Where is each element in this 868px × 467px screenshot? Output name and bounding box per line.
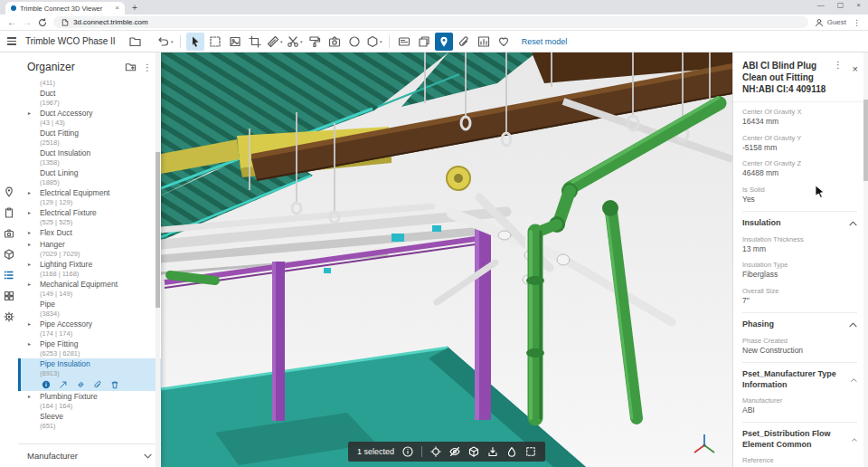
shapes-tool-button[interactable]: ▾ [365, 33, 383, 51]
tree-item[interactable]: ▸ Duct Accessory (43 | 43) [18, 108, 161, 128]
reset-model-button[interactable]: Reset model [522, 37, 568, 46]
main-menu-icon[interactable] [7, 37, 16, 44]
expand-arrow-icon[interactable]: ▸ [28, 261, 31, 267]
expand-arrow-icon[interactable]: ▸ [28, 320, 31, 327]
tree-item[interactable]: ▸ Pipe (3834) [18, 299, 161, 319]
pin-rail-icon[interactable] [4, 186, 14, 197]
undo-button[interactable]: ▾ [156, 33, 175, 51]
favorite-button[interactable] [495, 33, 513, 51]
expand-arrow-icon[interactable]: ▸ [28, 340, 31, 347]
tree-item[interactable]: ▸ Pipe Insulation (6913) [18, 358, 161, 391]
open-in-icon[interactable] [59, 380, 68, 389]
section-header[interactable]: Insulation [742, 212, 857, 234]
expand-arrow-icon[interactable]: ▸ [28, 393, 31, 399]
frame-select-button[interactable] [226, 33, 244, 51]
sphere-tool-button[interactable] [345, 33, 363, 51]
crop-tool-button[interactable] [246, 33, 264, 51]
3d-scene[interactable] [161, 52, 732, 467]
expand-arrow-icon[interactable]: ▸ [28, 241, 31, 247]
paint-tool-button[interactable] [306, 33, 324, 51]
marquee-select-button[interactable] [206, 33, 224, 51]
section-header[interactable]: Phasing [742, 313, 857, 336]
section-header[interactable]: Pset_Distribution Flow Element Common [742, 423, 857, 456]
tree-item-label: Pipe Insulation [40, 359, 152, 369]
tree-item[interactable]: ▸ Pipe Fitting (6253 | 6281) [18, 338, 161, 358]
tree-item[interactable]: ▸ Duct (1967) [18, 88, 161, 108]
zoom-to-selection-icon[interactable] [430, 446, 441, 457]
clip-box-icon[interactable] [525, 446, 536, 457]
organizer-title: Organizer [27, 61, 75, 73]
scrollbar-thumb[interactable] [156, 152, 160, 308]
delete-icon[interactable] [110, 380, 119, 389]
markup-button[interactable] [395, 33, 413, 51]
tree-item[interactable]: ▸ Electrical Fixture (525 | 525) [18, 207, 161, 227]
tree-item[interactable]: ▸ Duct Insulation (1358) [18, 148, 161, 167]
tree-item[interactable]: ▸ Sleeve (651) [18, 411, 161, 431]
chevron-up-icon [852, 437, 857, 443]
color-icon[interactable] [506, 446, 517, 457]
browser-tab[interactable]: Trimble Connect 3D Viewer × [5, 2, 125, 14]
cube-icon[interactable] [4, 249, 14, 260]
tree-item[interactable]: ▸ Hanger (7029 | 7029) [18, 239, 161, 259]
url-field[interactable]: 3d.connect.trimble.com [53, 16, 808, 28]
tab-close-icon[interactable]: × [115, 5, 119, 12]
stats-button[interactable] [475, 33, 493, 51]
axis-gizmo[interactable] [691, 431, 718, 458]
info-icon[interactable] [402, 446, 413, 457]
properties-body: Center Of Gravity X 16434 mm Center Of G… [733, 102, 868, 467]
expand-arrow-icon[interactable]: ▸ [28, 189, 31, 195]
info-icon[interactable] [42, 380, 51, 389]
attachment-icon[interactable] [93, 380, 102, 389]
add-group-icon[interactable] [125, 62, 137, 72]
save-view-icon[interactable] [487, 446, 498, 457]
viewport[interactable]: 1 selected [161, 52, 732, 467]
refresh-icon[interactable] [38, 18, 47, 27]
grid-icon[interactable] [4, 291, 14, 301]
window-maximize-icon[interactable]: ▢ [837, 2, 844, 9]
tree-item[interactable]: ▸ Lighting Fixture (1168 | 1168) [18, 259, 161, 279]
pin-marker-button[interactable] [435, 33, 453, 51]
camera-tool-button[interactable] [326, 33, 344, 51]
section-tool-button[interactable]: ▾ [286, 33, 304, 51]
tree-item[interactable]: ▸ Pipe Accessory (174 | 174) [18, 319, 161, 338]
isolate-icon[interactable] [468, 446, 479, 457]
properties-title: ABI CI Blind Plug Clean out Fitting NH:A… [742, 60, 843, 95]
properties-scrollbar[interactable] [863, 52, 868, 467]
properties-menu-icon[interactable]: ⋮ [834, 60, 843, 70]
expand-arrow-icon[interactable]: ▸ [28, 110, 31, 116]
pointer-tool-button[interactable] [186, 33, 204, 51]
clipboard-icon[interactable] [4, 207, 14, 218]
list-icon[interactable] [4, 270, 14, 281]
measure-tool-button[interactable]: ▾ [266, 33, 284, 51]
scrollbar-thumb[interactable] [863, 100, 868, 181]
link-icon[interactable] [76, 380, 85, 389]
section-header[interactable]: Pset_Manufacturer Type Information [742, 363, 857, 396]
camera-rail-icon[interactable] [4, 228, 14, 239]
folder-icon[interactable] [128, 35, 142, 48]
expand-arrow-icon[interactable]: ▸ [28, 209, 31, 215]
tree-item[interactable]: ▸ Mechanical Equipment (149 | 149) [18, 279, 161, 299]
window-close-icon[interactable]: × [856, 2, 861, 9]
tree-item[interactable]: ▸ Plumbing Fixture (164 | 164) [18, 391, 161, 411]
organizer-scrollbar[interactable] [156, 52, 160, 467]
manufacturer-group[interactable]: Manufacturer [18, 443, 161, 467]
forward-icon[interactable]: → [23, 18, 32, 27]
tree-item[interactable]: ▸ Duct Lining (1885) [18, 167, 161, 187]
profile-chip[interactable]: Guest [815, 18, 846, 27]
back-icon[interactable]: ← [7, 18, 16, 27]
expand-arrow-icon[interactable]: ▸ [28, 229, 31, 235]
gear-icon[interactable] [4, 311, 14, 322]
tree-item[interactable]: ▸ Flex Duct [18, 227, 161, 239]
tree-item[interactable]: ▸ (411) [18, 78, 161, 88]
tree-item[interactable]: ▸ Duct Fitting (2518) [18, 128, 161, 148]
hide-icon[interactable] [449, 446, 460, 457]
close-icon[interactable]: × [853, 64, 858, 74]
organizer-menu-icon[interactable]: ⋮ [143, 62, 152, 72]
tree-item[interactable]: ▸ Electrical Equipment (129 | 129) [18, 187, 161, 207]
new-tab-button[interactable]: + [132, 4, 137, 14]
browser-menu-icon[interactable]: ⋮ [853, 18, 861, 27]
layers-button[interactable] [415, 33, 433, 51]
window-minimize-icon[interactable]: — [817, 2, 825, 9]
expand-arrow-icon[interactable]: ▸ [28, 281, 31, 287]
attach-button[interactable] [455, 33, 473, 51]
